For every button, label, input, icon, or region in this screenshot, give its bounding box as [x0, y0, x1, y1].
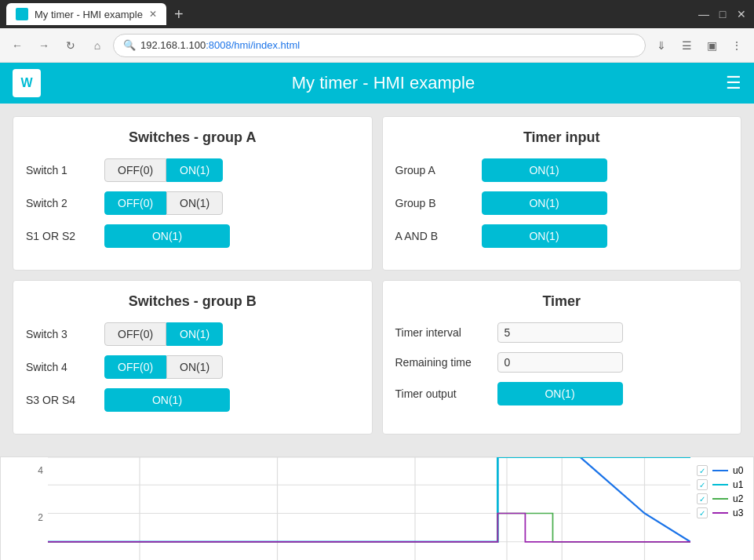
switch-1-on-button[interactable]: ON(1) — [166, 158, 223, 182]
s3-or-s4-row: S3 OR S4 ON(1) — [26, 388, 359, 412]
toolbar-right: ⇓ ☰ ▣ ⋮ — [650, 35, 748, 56]
timer-interval-input[interactable] — [497, 322, 623, 343]
s1-or-s2-row: S1 OR S2 ON(1) — [26, 224, 359, 248]
timer-output-label: Timer output — [395, 387, 497, 400]
timer-interval-row: Timer interval — [395, 322, 729, 343]
address-text: 192.168.1.100:8008/hmi/index.html — [140, 39, 300, 51]
timer-panel: Timer Timer interval Remaining time Time… — [382, 280, 742, 435]
top-panels-row: Switches - group A Switch 1 OFF(0) ON(1)… — [13, 116, 741, 271]
switch-4-off-button[interactable]: OFF(0) — [104, 355, 166, 379]
switch-4-row: Switch 4 OFF(0) ON(1) — [26, 355, 359, 379]
switch-2-on-button[interactable]: ON(1) — [166, 191, 223, 215]
chart-legend: ✓ u0 ✓ u1 ✓ u2 ✓ u3 — [690, 457, 753, 560]
switch-1-off-button[interactable]: OFF(0) — [104, 158, 166, 182]
switch-2-btn-group: OFF(0) ON(1) — [104, 191, 223, 215]
legend-u3: ✓ u3 — [697, 507, 747, 518]
legend-u0-checkbox[interactable]: ✓ — [697, 465, 708, 476]
switch-1-row: Switch 1 OFF(0) ON(1) — [26, 158, 359, 182]
tab-close-button[interactable]: ✕ — [149, 9, 157, 20]
address-host: 192.168.1.100 — [140, 39, 206, 51]
back-button[interactable]: ← — [6, 35, 28, 56]
legend-u2-line — [712, 498, 728, 500]
legend-u3-line — [712, 512, 728, 514]
app-header: W My timer - HMI example ☰ — [0, 63, 754, 104]
group-a-on-button[interactable]: ON(1) — [482, 158, 607, 182]
chart-yaxis: 4 2 0 — [1, 457, 48, 560]
legend-u0-label: u0 — [733, 465, 743, 476]
app-title: My timer - HMI example — [292, 73, 475, 93]
browser-tab[interactable]: My timer - HMI example ✕ — [6, 3, 166, 25]
switch-2-off-button[interactable]: OFF(0) — [104, 191, 166, 215]
legend-u2-checkbox[interactable]: ✓ — [697, 493, 708, 504]
hamburger-menu-icon[interactable]: ☰ — [726, 73, 741, 93]
timer-title: Timer — [395, 293, 729, 310]
switch-4-btn-group: OFF(0) ON(1) — [104, 355, 223, 379]
extensions-icon[interactable]: ▣ — [701, 35, 723, 56]
legend-u1: ✓ u1 — [697, 479, 747, 490]
tab-favicon — [16, 8, 28, 20]
switch-2-row: Switch 2 OFF(0) ON(1) — [26, 191, 359, 215]
new-tab-button[interactable]: + — [169, 5, 188, 24]
download-icon[interactable]: ⇓ — [650, 35, 672, 56]
browser-toolbar: ← → ↻ ⌂ 🔍 192.168.1.100:8008/hmi/index.h… — [0, 28, 754, 63]
tab-bar: My timer - HMI example ✕ + — [6, 3, 188, 25]
legend-u0: ✓ u0 — [697, 465, 747, 476]
switch-3-btn-group: OFF(0) ON(1) — [104, 322, 223, 346]
legend-u3-checkbox[interactable]: ✓ — [697, 507, 708, 518]
window-controls: — □ ✕ — [698, 8, 748, 20]
timer-output-on-button[interactable]: ON(1) — [497, 382, 623, 405]
group-b-on-button[interactable]: ON(1) — [482, 191, 607, 215]
legend-u0-line — [712, 470, 728, 471]
group-b-row: Group B ON(1) — [395, 191, 729, 215]
chart-area: 4 2 0 — [0, 456, 754, 560]
switch-1-btn-group: OFF(0) ON(1) — [104, 158, 223, 182]
browser-titlebar: My timer - HMI example ✕ + — □ ✕ — [0, 0, 754, 28]
y-label-2: 2 — [7, 512, 43, 523]
s3-or-s4-button[interactable]: ON(1) — [104, 388, 230, 412]
group-a-row: Group A ON(1) — [395, 158, 729, 182]
minimize-button[interactable]: — — [698, 8, 710, 20]
remaining-time-input[interactable] — [497, 352, 623, 373]
chart-main: 15:22:55 15:23 15:23:05 15:23:10 — [48, 457, 690, 560]
remaining-time-row: Remaining time — [395, 352, 729, 373]
home-button[interactable]: ⌂ — [86, 35, 108, 56]
s1-or-s2-button[interactable]: ON(1) — [104, 224, 230, 248]
legend-u1-checkbox[interactable]: ✓ — [697, 479, 708, 490]
group-a-label: Group A — [395, 164, 482, 176]
legend-u2-label: u2 — [733, 493, 743, 504]
legend-u2: ✓ u2 — [697, 493, 747, 504]
s1-or-s2-label: S1 OR S2 — [26, 230, 104, 242]
switch-2-label: Switch 2 — [26, 197, 104, 209]
app-logo: W — [13, 69, 41, 97]
switch-4-on-button[interactable]: ON(1) — [166, 355, 223, 379]
bottom-panels-row: Switches - group B Switch 3 OFF(0) ON(1)… — [13, 280, 741, 435]
switches-group-a-title: Switches - group A — [26, 129, 359, 146]
a-and-b-label: A AND B — [395, 230, 482, 242]
address-bar[interactable]: 🔍 192.168.1.100:8008/hmi/index.html — [113, 34, 646, 57]
switch-3-off-button[interactable]: OFF(0) — [104, 322, 166, 346]
chart-inner: 4 2 0 — [1, 457, 753, 560]
switches-group-a-panel: Switches - group A Switch 1 OFF(0) ON(1)… — [13, 116, 373, 271]
switches-group-b-title: Switches - group B — [26, 293, 359, 310]
close-button[interactable]: ✕ — [735, 8, 748, 20]
legend-u3-label: u3 — [733, 507, 743, 518]
s3-or-s4-label: S3 OR S4 — [26, 394, 104, 406]
chart-svg — [48, 457, 690, 560]
switch-3-label: Switch 3 — [26, 328, 104, 340]
a-and-b-row: A AND B ON(1) — [395, 224, 729, 248]
menu-icon[interactable]: ⋮ — [726, 35, 748, 56]
forward-button[interactable]: → — [33, 35, 55, 56]
group-b-label: Group B — [395, 197, 482, 209]
restore-button[interactable]: □ — [716, 8, 729, 20]
a-and-b-on-button[interactable]: ON(1) — [482, 224, 607, 248]
refresh-button[interactable]: ↻ — [60, 35, 82, 56]
timer-interval-label: Timer interval — [395, 326, 497, 339]
remaining-time-label: Remaining time — [395, 356, 497, 369]
switches-group-b-panel: Switches - group B Switch 3 OFF(0) ON(1)… — [13, 280, 373, 435]
legend-u1-label: u1 — [733, 479, 743, 490]
timer-input-panel: Timer input Group A ON(1) Group B ON(1) … — [382, 116, 742, 271]
switch-3-on-button[interactable]: ON(1) — [166, 322, 223, 346]
bookmarks-icon[interactable]: ☰ — [676, 35, 698, 56]
y-label-4: 4 — [7, 465, 43, 476]
main-content: Switches - group A Switch 1 OFF(0) ON(1)… — [0, 104, 754, 456]
